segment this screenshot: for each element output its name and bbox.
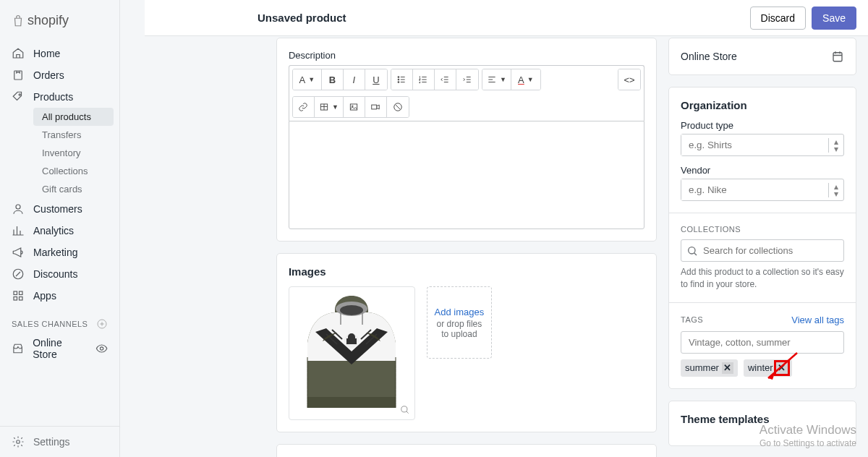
rte-underline[interactable]: U — [365, 69, 387, 90]
svg-rect-4 — [14, 291, 17, 295]
organization-card: Organization Product type ▴▾ Vendor ▴▾ C… — [668, 87, 856, 389]
vendor-label: Vendor — [681, 165, 844, 176]
nav-online-store[interactable]: Online Store — [0, 333, 119, 364]
tag-summer: summer ✕ — [681, 359, 738, 377]
nav-inventory[interactable]: Inventory — [33, 144, 114, 162]
calendar-icon[interactable] — [831, 50, 844, 63]
svg-point-22 — [401, 406, 407, 412]
rte-table[interactable]: ▼ — [315, 97, 344, 117]
nav-all-products[interactable]: All products — [33, 108, 114, 126]
description-editor[interactable] — [289, 121, 644, 229]
organization-heading: Organization — [681, 99, 844, 111]
add-images-link[interactable]: Add images — [435, 307, 485, 317]
rte-indent[interactable] — [456, 69, 478, 90]
product-type-dropdown-toggle[interactable]: ▴▾ — [828, 138, 843, 153]
add-images-subtext: or drop files to upload — [432, 319, 487, 339]
collections-heading: COLLECTIONS — [681, 225, 844, 234]
svg-point-20 — [340, 305, 363, 315]
nav-analytics[interactable]: Analytics — [0, 220, 119, 242]
shopify-bag-icon — [12, 14, 25, 28]
svg-point-24 — [689, 247, 695, 253]
rte-color[interactable]: A▼ — [511, 69, 540, 90]
sidebar: shopify Home Orders Products All product… — [0, 0, 120, 457]
collections-search-input[interactable] — [681, 239, 844, 262]
svg-point-9 — [100, 347, 103, 350]
rte-clear[interactable] — [387, 97, 409, 117]
svg-rect-15 — [351, 104, 357, 110]
nav-orders[interactable]: Orders — [0, 64, 119, 86]
nav-home[interactable]: Home — [0, 43, 119, 64]
rte-font-select[interactable]: A▼ — [293, 69, 322, 90]
vendor-dropdown-toggle[interactable]: ▴▾ — [828, 183, 843, 197]
rte-link[interactable] — [293, 97, 315, 117]
rte-bullets[interactable] — [391, 69, 413, 90]
tag-winter: winter ✕ — [744, 359, 792, 377]
home-icon — [12, 47, 25, 60]
svg-rect-17 — [372, 105, 377, 109]
gear-icon — [12, 435, 25, 448]
sales-channels-label: SALES CHANNELS — [0, 307, 119, 333]
svg-point-11 — [398, 77, 399, 78]
eye-icon[interactable] — [95, 342, 108, 355]
page-title: Unsaved product — [258, 12, 346, 24]
store-icon — [12, 342, 24, 355]
orders-icon — [12, 69, 25, 82]
product-type-input[interactable] — [681, 134, 828, 155]
hoodie-illustration — [297, 292, 406, 415]
svg-rect-7 — [20, 297, 23, 301]
rte-outdent[interactable] — [435, 69, 456, 90]
svg-point-2 — [16, 205, 20, 209]
product-type-label: Product type — [681, 120, 844, 131]
tags-heading: TAGS — [681, 315, 703, 324]
svg-rect-5 — [20, 291, 23, 295]
description-card: Description A▼ B I U ▼ — [276, 38, 657, 242]
vendor-input[interactable] — [681, 179, 828, 200]
search-icon — [686, 245, 698, 257]
rte-html[interactable]: <> — [618, 69, 640, 90]
images-card: Images — [276, 253, 657, 432]
zoom-icon — [400, 405, 410, 415]
add-channel-icon[interactable] — [96, 318, 108, 330]
images-heading: Images — [289, 265, 644, 278]
view-all-tags-link[interactable]: View all tags — [791, 315, 844, 325]
svg-rect-23 — [833, 53, 842, 61]
nav-products[interactable]: Products — [0, 86, 119, 108]
svg-point-12 — [398, 79, 399, 80]
nav-apps[interactable]: Apps — [0, 285, 119, 307]
discount-icon — [12, 268, 25, 281]
svg-point-10 — [17, 440, 20, 444]
remove-tag-winter[interactable]: ✕ — [776, 362, 788, 374]
rte-image[interactable] — [344, 97, 365, 117]
topbar: Unsaved product Discard Save — [145, 0, 868, 36]
rte-toolbar: A▼ B I U ▼ A▼ — [289, 65, 644, 121]
nav-settings[interactable]: Settings — [0, 426, 119, 457]
description-label: Description — [289, 50, 644, 61]
theme-templates-card: Theme templates — [668, 401, 856, 446]
user-icon — [12, 202, 25, 215]
nav-transfers[interactable]: Transfers — [33, 126, 114, 144]
add-images-dropzone[interactable]: Add images or drop files to upload — [427, 286, 492, 359]
analytics-icon — [12, 224, 25, 237]
save-button[interactable]: Save — [812, 7, 856, 30]
product-image-1[interactable] — [289, 286, 415, 420]
tag-icon — [12, 90, 25, 103]
rte-italic[interactable]: I — [344, 69, 365, 90]
apps-icon — [12, 289, 25, 302]
nav-discounts[interactable]: Discounts — [0, 263, 119, 285]
tags-input[interactable] — [681, 331, 844, 354]
rte-bold[interactable]: B — [322, 69, 344, 90]
megaphone-icon — [12, 246, 25, 259]
online-store-card: Online Store — [668, 38, 856, 75]
remove-tag-summer[interactable]: ✕ — [722, 362, 733, 374]
nav-giftcards[interactable]: Gift cards — [33, 180, 114, 198]
discard-button[interactable]: Discard — [750, 7, 806, 30]
nav-customers[interactable]: Customers — [0, 198, 119, 220]
svg-point-1 — [19, 94, 20, 95]
nav-collections[interactable]: Collections — [33, 162, 114, 180]
nav-marketing[interactable]: Marketing — [0, 242, 119, 263]
rte-video[interactable] — [365, 97, 387, 117]
rte-align[interactable]: ▼ — [482, 69, 511, 90]
rte-numbers[interactable] — [413, 69, 435, 90]
brand-logo: shopify — [0, 6, 119, 35]
online-store-label: Online Store — [681, 51, 737, 62]
